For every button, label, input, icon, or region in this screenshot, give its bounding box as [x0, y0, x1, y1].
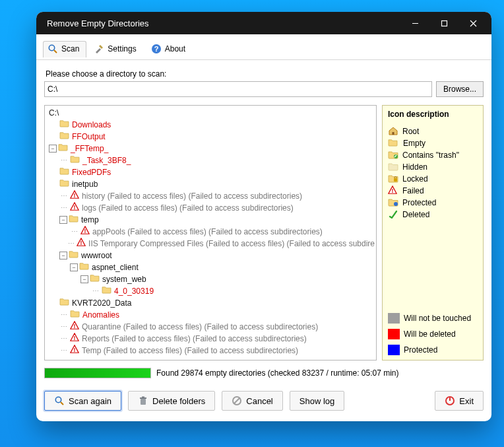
svg-text:!: ! [74, 322, 76, 329]
exit-button[interactable]: Exit [435, 391, 484, 411]
tab-settings[interactable]: Settings [89, 41, 143, 57]
legend-swatch-label: Will not be touched [404, 314, 471, 323]
tree-row[interactable]: ⋯!Quarantine (Failed to access files) (F… [47, 321, 376, 333]
status-text: Found 29874 empty directories (checked 8… [156, 368, 399, 378]
tree-row[interactable]: −aspnet_client [47, 261, 376, 273]
button-row: Scan again Delete folders Cancel Show lo… [44, 388, 484, 413]
tree-expander[interactable]: − [59, 216, 67, 224]
protected-icon [388, 197, 398, 209]
svg-point-4 [49, 45, 54, 50]
tree-row[interactable]: inetpub [47, 178, 376, 190]
app-window: Remove Empty Directories Scan Settings ?… [36, 12, 491, 421]
svg-point-16 [394, 155, 398, 158]
empty-icon [388, 138, 399, 149]
fail-icon: ! [70, 202, 80, 215]
tree-label: Downloads [72, 119, 111, 131]
show-log-label: Show log [299, 396, 334, 406]
titlebar[interactable]: Remove Empty Directories [36, 12, 491, 34]
tree-row[interactable]: ⋯4_0_30319 [47, 285, 376, 297]
svg-text:!: ! [74, 203, 76, 210]
tree-label: _FFTemp_ [71, 143, 108, 155]
choose-label: Please choose a directory to scan: [46, 69, 484, 79]
tree-row[interactable]: ⋯!IIS Temporary Compressed Files (Failed… [47, 238, 376, 250]
locked-icon [388, 174, 398, 185]
fail-icon: ! [70, 345, 80, 357]
svg-rect-1 [441, 20, 447, 26]
legend-item-label: Empty [403, 139, 425, 148]
minimize-button[interactable] [400, 12, 429, 34]
tab-about[interactable]: ? About [146, 41, 193, 57]
tree-label: FFOutput [72, 131, 106, 143]
close-button[interactable] [458, 12, 488, 34]
svg-line-26 [234, 398, 239, 403]
folder-icon [59, 166, 71, 178]
tree-row[interactable]: KVRT2020_Data [47, 297, 376, 309]
folder-icon [69, 250, 80, 261]
svg-text:!: ! [74, 346, 76, 353]
tree-expander[interactable]: − [80, 275, 88, 283]
exit-icon [445, 395, 455, 406]
tree-label: aspnet_client [92, 261, 139, 273]
svg-line-21 [61, 402, 63, 405]
tree-expander[interactable]: − [70, 263, 78, 271]
magnifier-icon [47, 44, 58, 54]
delete-folders-button[interactable]: Delete folders [128, 391, 215, 411]
tree-row[interactable]: ⋯Anomalies [47, 309, 376, 321]
legend-item-label: Locked [402, 174, 428, 184]
tree-label: Temp (Failed to access files) (Failed to… [82, 345, 298, 357]
tree-row[interactable]: −_FFTemp_ [47, 143, 376, 155]
folder-icon [59, 178, 71, 190]
tree-root-row[interactable]: C:\ [47, 107, 376, 119]
legend-item-locked: Locked [388, 173, 478, 185]
delete-folders-label: Delete folders [152, 396, 205, 406]
tab-about-label: About [165, 44, 185, 53]
svg-text:!: ! [80, 239, 82, 246]
cancel-button[interactable]: Cancel [222, 391, 282, 411]
svg-point-20 [55, 397, 61, 402]
tree-row[interactable]: ⋯!appPools (Failed to access files) (Fai… [47, 226, 376, 238]
tree-row[interactable]: Downloads [47, 119, 376, 131]
legend-item-label: Hidden [402, 162, 427, 172]
tree-row[interactable]: ⋯!logs (Failed to access files) (Failed … [47, 202, 376, 214]
legend-item-empty: Empty [388, 137, 478, 149]
folder-icon [79, 261, 90, 273]
svg-text:!: ! [84, 227, 86, 234]
tree-row[interactable]: FixedPDFs [47, 166, 376, 178]
tree-expander[interactable]: − [59, 252, 67, 259]
legend-swatch: Protected [388, 344, 478, 356]
legend-swatch: Will be deleted [388, 328, 478, 340]
color-swatch [388, 345, 400, 355]
tree-expander[interactable]: − [49, 145, 57, 153]
scan-again-button[interactable]: Scan again [44, 391, 121, 411]
tree-row[interactable]: ⋯_Task_3BF8_ [47, 155, 376, 166]
color-swatch [388, 329, 400, 339]
directory-tree[interactable]: C:\DownloadsFFOutput−_FFTemp_⋯_Task_3BF8… [44, 105, 377, 361]
browse-button[interactable]: Browse... [436, 81, 484, 97]
legend-item-label: Root [402, 127, 419, 136]
tree-row[interactable]: −system_web [47, 273, 376, 285]
tree-row[interactable]: ⋯!history (Failed to access files) (Fail… [47, 190, 376, 202]
tab-scan[interactable]: Scan [43, 41, 86, 57]
cancel-label: Cancel [246, 396, 272, 406]
legend-item-root: Root [388, 125, 478, 137]
progress-bar [44, 368, 151, 378]
folder-icon [59, 131, 71, 143]
tree-row[interactable]: FFOutput [47, 131, 376, 143]
path-input[interactable] [44, 81, 432, 97]
folder-icon [58, 143, 69, 155]
tree-row[interactable]: −wwwroot [47, 250, 376, 261]
legend-item-failed: !Failed [388, 185, 478, 197]
tree-row[interactable]: ⋯!Temp (Failed to access files) (Failed … [47, 345, 376, 357]
path-row: Browse... [44, 81, 484, 97]
svg-line-5 [54, 50, 57, 53]
legend-item-protected: Protected [388, 197, 478, 209]
fail-icon: ! [80, 226, 91, 238]
show-log-button[interactable]: Show log [290, 391, 344, 411]
maximize-button[interactable] [429, 12, 458, 34]
tree-row[interactable]: ⋯!Reports (Failed to access files) (Fail… [47, 333, 376, 345]
tree-label: 4_0_30319 [114, 285, 154, 297]
help-icon: ? [151, 44, 162, 54]
trash-icon [138, 395, 148, 406]
svg-text:!: ! [74, 191, 76, 198]
tree-row[interactable]: −temp [47, 214, 376, 226]
